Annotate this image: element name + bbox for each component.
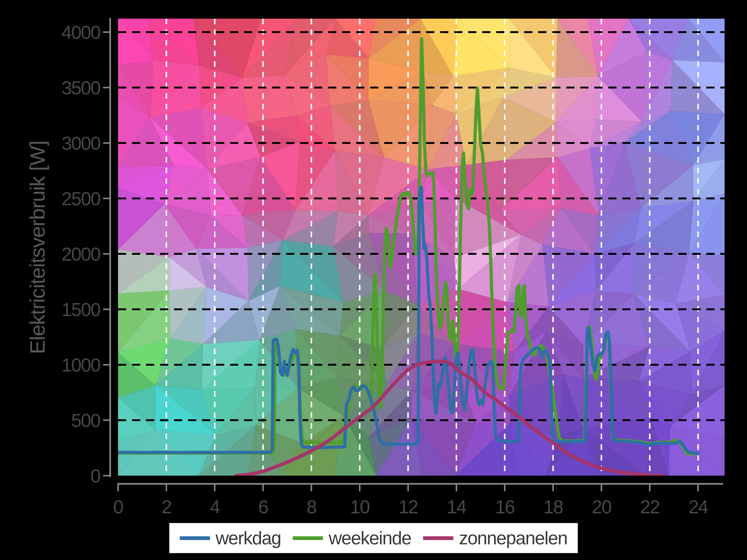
x-tick-label: 18 — [543, 496, 563, 517]
x-tick-label: 12 — [398, 496, 418, 517]
x-tick-label: 10 — [350, 496, 369, 517]
figure: 0500100015002000250030003500400002468101… — [0, 0, 747, 560]
legend-label-weekeinde: weekeinde — [329, 528, 411, 549]
legend-swatch-werkdag-icon — [180, 536, 210, 540]
y-tick-label: 0 — [91, 465, 100, 486]
y-axis-title: Elektriciteitsverbruik [W] — [11, 0, 63, 495]
legend-label-zonnepanelen: zonnepanelen — [459, 528, 567, 549]
x-tick-label: 8 — [307, 496, 316, 517]
y-tick-label: 1000 — [61, 354, 100, 375]
chart-canvas: 0500100015002000250030003500400002468101… — [0, 0, 747, 560]
y-axis-title-text: Elektriciteitsverbruik [W] — [25, 141, 50, 354]
x-tick-label: 16 — [495, 496, 515, 517]
x-tick-label: 4 — [210, 496, 220, 517]
legend-item-werkdag: werkdag — [180, 528, 281, 549]
x-tick-label: 20 — [592, 496, 611, 517]
plot-area — [118, 19, 725, 476]
x-tick-label: 14 — [447, 496, 466, 517]
y-tick-label: 3500 — [61, 77, 100, 98]
legend-item-weekeinde: weekeinde — [293, 528, 411, 549]
legend-swatch-zonnepanelen-icon — [423, 536, 454, 540]
x-tick-label: 2 — [161, 496, 171, 517]
legend-swatch-weekeinde-icon — [293, 536, 323, 540]
y-tick-label: 2500 — [61, 188, 100, 209]
legend-label-werkdag: werkdag — [216, 528, 281, 549]
y-tick-label: 1500 — [61, 299, 100, 320]
x-tick-label: 24 — [688, 496, 708, 517]
y-tick-label: 2000 — [61, 244, 100, 265]
y-tick-label: 4000 — [61, 22, 100, 43]
y-tick-label: 3000 — [61, 133, 100, 154]
legend-item-zonnepanelen: zonnepanelen — [423, 528, 567, 549]
legend: werkdag weekeinde zonnepanelen — [169, 522, 578, 554]
x-tick-label: 6 — [258, 496, 268, 517]
y-tick-label: 500 — [71, 410, 100, 431]
x-tick-label: 0 — [113, 496, 123, 517]
x-tick-label: 22 — [640, 496, 660, 517]
